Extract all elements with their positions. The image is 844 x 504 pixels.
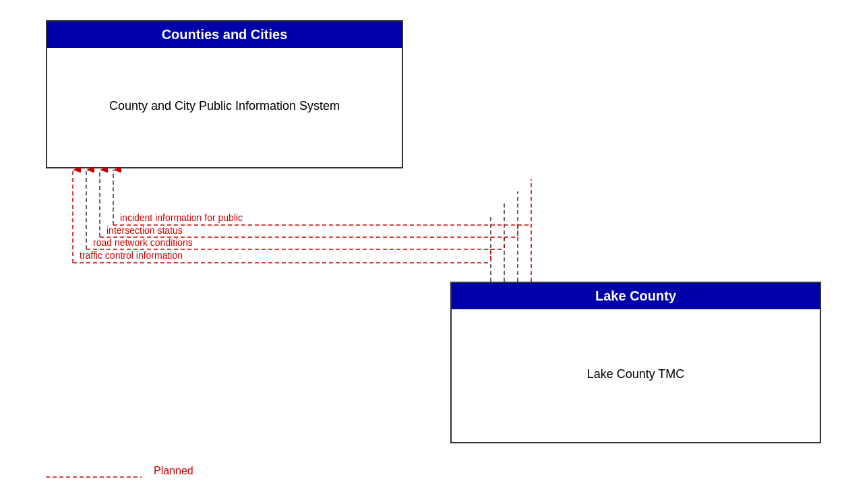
svg-text:traffic control information: traffic control information — [80, 250, 183, 261]
counties-body: County and City Public Information Syste… — [47, 48, 402, 164]
lake-county-body: Lake County TMC — [452, 309, 820, 439]
lake-county-box: Lake County Lake County TMC — [450, 282, 821, 443]
planned-legend: Planned — [46, 465, 193, 477]
counties-box: Counties and Cities County and City Publ… — [46, 20, 403, 168]
planned-label: Planned — [154, 465, 193, 477]
counties-header: Counties and Cities — [47, 22, 402, 48]
svg-text:intersection status: intersection status — [107, 225, 183, 236]
svg-text:road network conditions: road network conditions — [93, 237, 193, 248]
lake-county-body-text: Lake County TMC — [587, 367, 685, 381]
lake-county-header: Lake County — [452, 283, 820, 309]
legend: Planned — [46, 465, 193, 477]
svg-text:incident information for publi: incident information for public — [120, 212, 243, 223]
diagram-container: Counties and Cities County and City Publ… — [0, 0, 844, 504]
counties-body-text: County and City Public Information Syste… — [109, 99, 340, 113]
